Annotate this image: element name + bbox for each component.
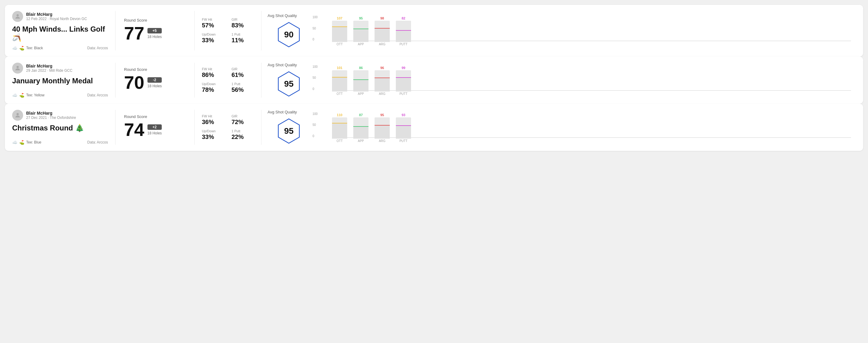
- tee-label: Tee: Black: [26, 46, 43, 50]
- stats-section: FW Hit 36% GIR 72% Up/Down 33% 1 Putt 22…: [194, 110, 261, 145]
- oneputt-value: 22%: [232, 133, 254, 141]
- oneputt-label: 1 Putt: [232, 82, 254, 86]
- oneputt-stat: 1 Putt 22%: [232, 129, 254, 141]
- bar-value: 93: [402, 113, 405, 117]
- updown-label: Up/Down: [202, 129, 224, 133]
- bar-label: ARG: [379, 92, 385, 95]
- gir-value: 72%: [232, 119, 254, 126]
- quality-section: Avg Shot Quality 95: [261, 110, 316, 145]
- gir-stat: GIR 83%: [232, 18, 254, 29]
- stats-section: FW Hit 57% GIR 83% Up/Down 33% 1 Putt 11…: [194, 11, 261, 51]
- user-info: Blair McHarg 27 Dec 2021 · The Oxfordshi…: [12, 110, 108, 121]
- bar-label: OTT: [337, 42, 343, 46]
- chart-col-ott: 101 OTT: [332, 66, 347, 95]
- y-label-100: 100: [313, 112, 318, 116]
- weather-icon: ☁️: [12, 93, 17, 98]
- score-number: 70: [124, 73, 145, 92]
- fw-hit-value: 36%: [202, 119, 224, 126]
- bar-value: 98: [380, 17, 384, 20]
- y-label-100: 100: [313, 65, 318, 68]
- avatar: [12, 110, 23, 121]
- oneputt-stat: 1 Putt 56%: [232, 82, 254, 93]
- oneputt-stat: 1 Putt 11%: [232, 33, 254, 44]
- round-score-label: Round Score: [124, 18, 186, 23]
- avatar: [12, 11, 23, 22]
- bar-value: 96: [380, 66, 384, 70]
- y-label-50: 50: [313, 123, 318, 126]
- y-label-100: 100: [313, 15, 318, 19]
- bar-label: PUTT: [400, 42, 407, 46]
- quality-label: Avg Shot Quality: [268, 13, 297, 18]
- avatar: [12, 63, 23, 73]
- bar-label: OTT: [337, 139, 343, 143]
- bottom-info: ☁️ ⛳ Tee: Yellow Data: Arccos: [12, 93, 108, 98]
- updown-label: Up/Down: [202, 82, 224, 86]
- oneputt-label: 1 Putt: [232, 129, 254, 133]
- user-info: Blair McHarg 12 Feb 2022 · Royal North D…: [12, 11, 108, 22]
- score-holes: 18 Holes: [148, 35, 162, 39]
- score-row: 74 +2 18 Holes: [124, 121, 186, 139]
- fw-hit-value: 57%: [202, 22, 224, 29]
- bar-label: PUTT: [400, 92, 407, 95]
- round-score-label: Round Score: [124, 114, 186, 119]
- bar-label: OTT: [337, 92, 343, 95]
- gir-value: 83%: [232, 22, 254, 29]
- chart-col-putt: 93 PUTT: [396, 113, 411, 143]
- oneputt-label: 1 Putt: [232, 33, 254, 36]
- updown-value: 33%: [202, 133, 224, 141]
- golf-icon: ⛳: [19, 140, 24, 145]
- score-badge: +5: [148, 28, 162, 33]
- quality-score: 90: [284, 30, 293, 39]
- fw-hit-label: FW Hit: [202, 67, 224, 71]
- user-name: Blair McHarg: [26, 12, 87, 17]
- tee-info: ☁️ ⛳ Tee: Blue: [12, 140, 41, 145]
- user-date-venue: 29 Jan 2022 · Mill Ride GCC: [26, 68, 72, 73]
- chart-section: 100 50 0 101 OTT 86 APP: [316, 63, 856, 98]
- hexagon-container: 95: [275, 70, 303, 98]
- score-section: Round Score 74 +2 18 Holes: [116, 110, 194, 145]
- chart-col-app: 95 APP: [353, 17, 369, 46]
- golf-icon: ⛳: [19, 93, 24, 98]
- svg-point-0: [17, 14, 19, 17]
- bottom-info: ☁️ ⛳ Tee: Black Data: Arccos: [12, 45, 108, 51]
- score-holes: 18 Holes: [148, 84, 162, 88]
- score-badge: +2: [148, 124, 162, 130]
- golf-icon: ⛳: [19, 45, 24, 51]
- y-label-50: 50: [313, 27, 318, 30]
- bar-value: 110: [337, 113, 342, 117]
- weather-icon: ☁️: [12, 45, 17, 51]
- svg-point-4: [17, 113, 19, 115]
- bar-label: APP: [358, 139, 364, 143]
- score-badge: -2: [148, 77, 162, 83]
- score-number: 74: [124, 121, 145, 139]
- y-label-0: 0: [313, 87, 318, 91]
- weather-icon: ☁️: [12, 140, 17, 145]
- round-title: Christmas Round 🎄: [12, 124, 108, 132]
- fw-hit-label: FW Hit: [202, 114, 224, 118]
- hexagon-container: 95: [275, 117, 303, 145]
- bar-label: ARG: [379, 42, 385, 46]
- chart-col-ott: 110 OTT: [332, 113, 347, 143]
- chart-col-ott: 107 OTT: [332, 17, 347, 46]
- tee-label: Tee: Yellow: [26, 93, 44, 97]
- quality-section: Avg Shot Quality 95: [261, 63, 316, 98]
- y-label-0: 0: [313, 38, 318, 41]
- user-info: Blair McHarg 29 Jan 2022 · Mill Ride GCC: [12, 63, 108, 73]
- updown-label: Up/Down: [202, 33, 224, 36]
- gir-value: 61%: [232, 71, 254, 79]
- data-source: Data: Arccos: [87, 93, 108, 97]
- chart-section: 100 50 0 107 OTT 95 APP: [316, 11, 856, 51]
- gir-stat: GIR 61%: [232, 67, 254, 79]
- bar-value: 82: [402, 17, 405, 20]
- updown-value: 78%: [202, 86, 224, 93]
- updown-stat: Up/Down 33%: [202, 33, 224, 44]
- quality-section: Avg Shot Quality 90: [261, 11, 316, 51]
- updown-value: 33%: [202, 37, 224, 44]
- chart-col-app: 86 APP: [353, 66, 369, 95]
- score-section: Round Score 77 +5 18 Holes: [116, 11, 194, 51]
- bar-label: PUTT: [400, 139, 407, 143]
- bar-value: 86: [359, 66, 363, 70]
- bar-value: 87: [359, 113, 363, 117]
- score-row: 77 +5 18 Holes: [124, 24, 186, 42]
- data-source: Data: Arccos: [87, 46, 108, 50]
